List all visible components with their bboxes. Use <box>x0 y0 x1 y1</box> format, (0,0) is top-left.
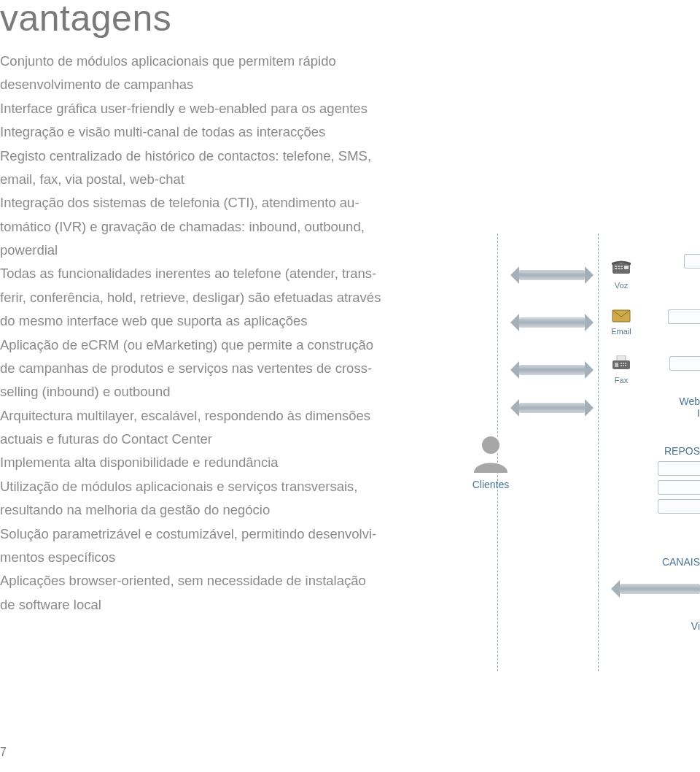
text-line: selling (inbound) e outbound <box>0 380 408 404</box>
text-line: resultando na melhoria da gestão do negó… <box>0 498 408 522</box>
svg-rect-2 <box>618 266 620 267</box>
edge-box <box>669 356 700 371</box>
phone-keypad-icon <box>612 260 631 279</box>
architecture-diagram: Voz Email Fax <box>474 233 700 671</box>
svg-rect-12 <box>621 363 622 364</box>
text-line: do mesmo interface web que suporta as ap… <box>0 309 408 333</box>
text-line: desenvolvimento de campanhas <box>0 73 408 96</box>
channel-fax: Fax <box>606 356 637 384</box>
edge-box <box>658 499 700 514</box>
svg-rect-6 <box>621 268 623 269</box>
svg-rect-17 <box>625 365 626 366</box>
text-line: Implementa alta disponibilidade e redund… <box>0 451 408 474</box>
text-line: Aplicações browser-oriented, sem necessi… <box>0 569 408 592</box>
edge-label-web2: I <box>697 407 700 419</box>
arrow-icon <box>519 365 585 375</box>
svg-rect-4 <box>615 268 617 269</box>
arrow-icon <box>519 317 585 328</box>
section-title: vantagens <box>0 0 408 36</box>
arrow-icon <box>519 270 585 280</box>
edge-box <box>658 480 700 495</box>
divider-line <box>598 233 599 671</box>
text-line: Utilização de módulos aplicacionais e se… <box>0 475 408 498</box>
edge-label-repos: REPOS <box>664 445 700 457</box>
text-line: Integração dos sistemas de telefonia (CT… <box>0 191 408 215</box>
arrow-icon <box>620 584 700 594</box>
edge-label-vi: Vi <box>691 620 700 632</box>
svg-rect-11 <box>615 363 618 367</box>
text-line: email, fax, via postal, web-chat <box>0 168 408 191</box>
text-line: ferir, conferência, hold, retrieve, desl… <box>0 286 408 309</box>
svg-rect-14 <box>625 363 626 364</box>
svg-rect-7 <box>624 266 629 269</box>
text-line: Integração e visão multi-canal de todas … <box>0 120 408 144</box>
text-line: de campanhas de produtos e serviços nas … <box>0 357 408 380</box>
svg-rect-15 <box>621 365 622 366</box>
edge-box <box>684 254 700 269</box>
page-number: 7 <box>0 746 7 759</box>
arrow-icon <box>519 403 585 413</box>
text-line: Aplicação de eCRM (ou eMarketing) que pe… <box>0 333 408 357</box>
edge-box <box>668 309 700 324</box>
svg-rect-13 <box>623 363 624 364</box>
svg-rect-16 <box>623 365 624 366</box>
channel-label: Voz <box>615 281 628 290</box>
text-line: Conjunto de módulos aplicacionais que pe… <box>0 50 408 73</box>
envelope-icon <box>612 309 631 325</box>
channel-label: Fax <box>615 376 628 385</box>
svg-rect-1 <box>615 266 617 267</box>
body-text: Conjunto de módulos aplicacionais que pe… <box>0 50 408 617</box>
text-line: Todas as funcionalidades inerentes ao te… <box>0 262 408 285</box>
edge-label-canais: CANAIS <box>662 556 700 568</box>
channel-voz: Voz <box>606 261 637 289</box>
channel-label: Email <box>611 327 631 336</box>
svg-rect-5 <box>618 268 620 269</box>
clientes-node: Clientes <box>436 431 545 490</box>
text-line: tomático (IVR) e gravação de chamadas: i… <box>0 215 408 239</box>
clientes-label: Clientes <box>436 479 545 490</box>
text-line: powerdial <box>0 239 408 262</box>
text-line: Arquitectura multilayer, escalável, resp… <box>0 404 408 428</box>
text-line: Interface gráfica user-friendly e web-en… <box>0 97 408 120</box>
fax-icon <box>611 355 631 374</box>
text-line: de software local <box>0 593 408 617</box>
text-line: Solução parametrizável e costumizável, p… <box>0 522 408 546</box>
svg-rect-9 <box>617 355 626 361</box>
svg-rect-3 <box>621 266 623 267</box>
channel-email: Email <box>606 309 637 336</box>
text-line: actuais e futuras do Contact Center <box>0 428 408 451</box>
text-line: Registo centralizado de histórico de con… <box>0 144 408 168</box>
user-avatar-icon <box>468 431 513 476</box>
edge-box <box>658 461 700 476</box>
text-line: mentos específicos <box>0 546 408 569</box>
edge-label-web: Web <box>679 395 700 407</box>
